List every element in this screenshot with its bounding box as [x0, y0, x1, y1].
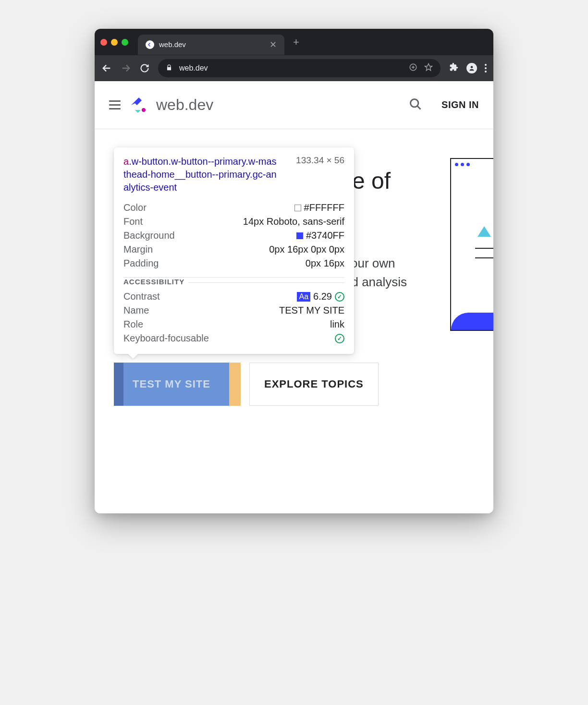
page-content: web.dev SIGN IN re of your own nd analys… [95, 81, 493, 513]
menu-button[interactable] [485, 64, 487, 73]
maximize-window-button[interactable] [122, 39, 128, 46]
test-my-site-button[interactable]: TEST MY SITE [114, 363, 229, 406]
svg-point-1 [471, 66, 473, 68]
logo-icon [130, 96, 150, 115]
profile-icon[interactable] [466, 63, 477, 73]
tooltip-row-margin: Margin 0px 16px 0px 0px [123, 243, 344, 256]
forward-button[interactable] [121, 63, 131, 73]
brand-text: web.dev [156, 96, 213, 114]
tooltip-selector: a.w-button.w-button--primary.w-masthead-… [123, 155, 277, 194]
inspector-tooltip: a.w-button.w-button--primary.w-masthead-… [114, 147, 354, 354]
tooltip-row-keyboard: Keyboard-focusable ✓ [123, 331, 344, 345]
close-window-button[interactable] [100, 39, 107, 46]
titlebar: web.dev ✕ + [95, 29, 493, 55]
back-button[interactable] [101, 63, 112, 73]
window-controls [100, 39, 128, 46]
tooltip-row-padding: Padding 0px 16px [123, 256, 344, 270]
svg-point-2 [142, 108, 146, 112]
tooltip-row-contrast: Contrast Aa 6.29 ✓ [123, 290, 344, 304]
tooltip-dimensions: 133.34 × 56 [296, 155, 344, 194]
extensions-icon[interactable] [449, 62, 459, 74]
favicon-icon [146, 40, 154, 49]
tooltip-a11y-section: ACCESSIBILITY [123, 277, 344, 286]
check-icon: ✓ [335, 292, 344, 302]
lock-icon [166, 64, 172, 73]
close-tab-button[interactable]: ✕ [270, 39, 277, 50]
hamburger-menu-button[interactable] [109, 100, 121, 109]
tooltip-row-font: Font 14px Roboto, sans-serif [123, 215, 344, 229]
hero-section: re of your own nd analysis a.w-button.w-… [95, 129, 493, 465]
bookmark-icon[interactable] [424, 63, 433, 73]
check-icon: ✓ [335, 334, 344, 343]
signin-link[interactable]: SIGN IN [441, 99, 479, 110]
svg-point-3 [411, 99, 418, 107]
tooltip-row-color: Color #FFFFFF [123, 201, 344, 215]
browser-tab[interactable]: web.dev ✕ [138, 35, 284, 55]
tooltip-row-role: Role link [123, 317, 344, 331]
new-tab-button[interactable]: + [293, 36, 299, 49]
site-header: web.dev SIGN IN [95, 81, 493, 129]
minimize-window-button[interactable] [111, 39, 118, 46]
browser-window: web.dev ✕ + web.dev [95, 29, 493, 513]
install-icon[interactable] [409, 63, 417, 73]
address-bar[interactable]: web.dev [158, 59, 441, 77]
tooltip-row-background: Background #3740FF [123, 229, 344, 243]
search-button[interactable] [409, 97, 422, 113]
reload-button[interactable] [140, 63, 149, 73]
browser-toolbar: web.dev [95, 55, 493, 81]
tab-title: web.dev [159, 40, 265, 49]
hero-illustration [450, 158, 493, 331]
hero-buttons: TEST MY SITE EXPLORE TOPICS [114, 363, 379, 406]
url-text: web.dev [179, 64, 402, 73]
logo[interactable]: web.dev [130, 96, 213, 115]
contrast-badge: Aa [297, 292, 310, 302]
toolbar-right [449, 62, 487, 74]
explore-topics-button[interactable]: EXPLORE TOPICS [249, 363, 379, 406]
tooltip-row-name: Name TEST MY SITE [123, 304, 344, 317]
